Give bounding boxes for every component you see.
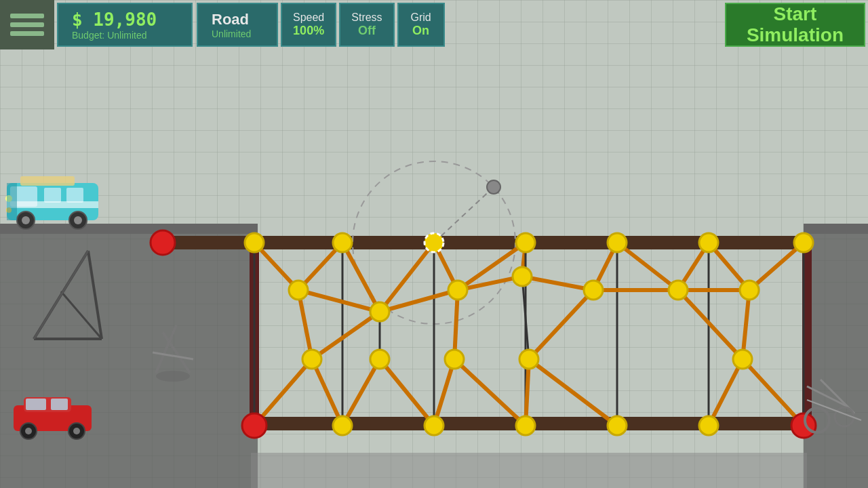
grid-panel[interactable]: Grid On bbox=[397, 3, 445, 47]
menu-button[interactable] bbox=[0, 0, 54, 49]
road-label: Road bbox=[212, 11, 263, 28]
road-panel: Road Unlimited bbox=[197, 3, 278, 47]
stress-label: Stress bbox=[351, 12, 382, 24]
menu-line-1 bbox=[10, 14, 44, 18]
budget-label: Budget: Unlimited bbox=[72, 30, 178, 41]
grid-label: Grid bbox=[410, 12, 431, 24]
stress-panel[interactable]: Stress Off bbox=[339, 3, 394, 47]
menu-line-2 bbox=[10, 22, 44, 27]
menu-line-3 bbox=[10, 31, 44, 36]
road-value: Unlimited bbox=[212, 28, 263, 39]
speed-value: 100% bbox=[293, 24, 324, 38]
stress-value: Off bbox=[358, 24, 376, 38]
grid-value: On bbox=[412, 24, 429, 38]
speed-panel[interactable]: Speed 100% bbox=[281, 3, 336, 47]
top-bar: $ 19,980 Budget: Unlimited Road Unlimite… bbox=[0, 0, 868, 49]
speed-label: Speed bbox=[293, 12, 324, 24]
start-simulation-button[interactable]: StartSimulation bbox=[725, 3, 865, 47]
spacer bbox=[446, 0, 722, 49]
start-simulation-label: StartSimulation bbox=[747, 4, 844, 46]
budget-panel: $ 19,980 Budget: Unlimited bbox=[57, 3, 193, 47]
game-canvas bbox=[0, 0, 868, 488]
budget-amount: $ 19,980 bbox=[72, 9, 178, 30]
